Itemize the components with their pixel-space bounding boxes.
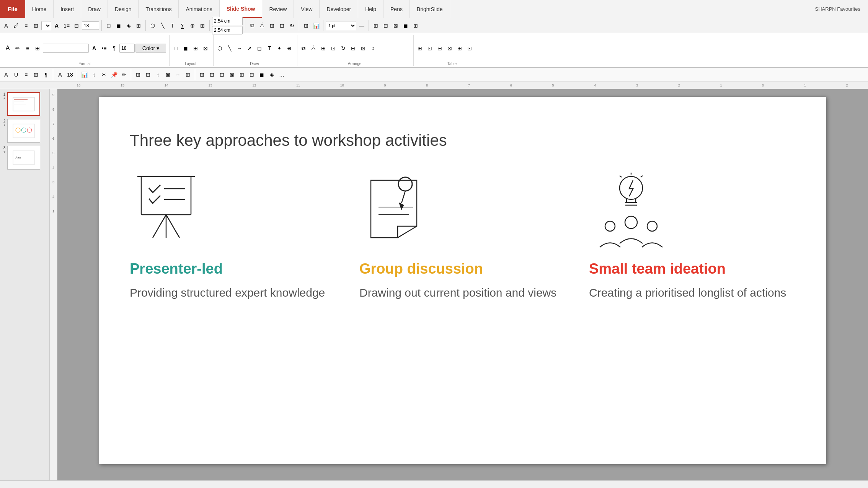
list-icon[interactable]: ⊟ <box>72 21 81 30</box>
tb-arrange-icon[interactable]: ↕ <box>153 70 163 79</box>
chart-icon[interactable]: 📊 <box>312 21 321 30</box>
tb-dist-icon[interactable]: ⊠ <box>163 70 173 79</box>
arr-5[interactable]: ↻ <box>339 44 348 53</box>
send-back-icon[interactable]: ⧊ <box>258 21 267 30</box>
bullets-icon[interactable]: ≡ <box>21 21 31 30</box>
canvas-area[interactable]: Three key approaches to workshop activit… <box>57 89 868 480</box>
height-input[interactable] <box>212 17 243 25</box>
font-color-icon[interactable]: A <box>2 21 11 30</box>
tb-border-icon[interactable]: ⊟ <box>247 70 256 79</box>
bullet-btn[interactable]: •≡ <box>100 44 109 53</box>
tbl-2[interactable]: ⊡ <box>425 44 434 53</box>
draw-icon-3[interactable]: → <box>235 44 244 53</box>
tbl-6[interactable]: ⊡ <box>465 44 474 53</box>
tab-insert[interactable]: Insert <box>54 0 81 18</box>
tab-brightslide[interactable]: BrightSlide <box>410 0 450 18</box>
draw-icon-8[interactable]: ⊕ <box>285 44 294 53</box>
color-fill-icon[interactable]: ◼ <box>401 21 410 30</box>
grid-view-icon[interactable]: ⊞ <box>411 21 420 30</box>
tb-edit-icon[interactable]: ✏ <box>119 70 129 79</box>
width-input[interactable] <box>212 26 243 34</box>
tb-merge-icon[interactable]: ⊠ <box>227 70 237 79</box>
tb-pin-icon[interactable]: 📌 <box>109 70 119 79</box>
tb-effects-icon[interactable]: ◈ <box>267 70 276 79</box>
font-color-btn[interactable]: A <box>3 44 12 53</box>
highlighter-btn[interactable]: ✏ <box>13 44 22 53</box>
arr-2[interactable]: ⧊ <box>309 44 318 53</box>
slide-thumbnail-1[interactable] <box>7 92 40 116</box>
bold-btn[interactable]: A <box>90 44 99 53</box>
size-input[interactable] <box>119 44 135 53</box>
layout-icon-1[interactable]: □ <box>171 44 180 53</box>
list-btn[interactable]: ≡ <box>23 44 32 53</box>
tb-cols-icon[interactable]: ⊟ <box>207 70 217 79</box>
tb-valign-icon[interactable]: ⊞ <box>31 70 41 79</box>
tb-align-icon[interactable]: ≡ <box>21 70 31 79</box>
tbl-5[interactable]: ⊞ <box>455 44 464 53</box>
arr-7[interactable]: ⊠ <box>359 44 368 53</box>
tab-pens[interactable]: Pens <box>383 0 410 18</box>
slide-thumbnail-2[interactable] <box>7 119 40 143</box>
tb-font-color-icon[interactable]: A <box>55 70 65 79</box>
font-name-input[interactable] <box>43 44 89 53</box>
tab-design[interactable]: Design <box>108 0 139 18</box>
tbl-4[interactable]: ⊠ <box>445 44 454 53</box>
tb-chart-icon[interactable]: 📊 <box>80 70 89 79</box>
connector-icon[interactable]: ╲ <box>158 21 167 30</box>
tb-color-icon[interactable]: A <box>2 70 11 79</box>
zoom-icon[interactable]: ⊕ <box>188 21 197 30</box>
table-style-icon[interactable]: ⊠ <box>391 21 400 30</box>
tb-fill2-icon[interactable]: ◼ <box>257 70 266 79</box>
indent-icon[interactable]: ⊞ <box>31 21 41 30</box>
tb-underline-icon[interactable]: U <box>11 70 21 79</box>
arr-6[interactable]: ⊟ <box>349 44 358 53</box>
tab-review[interactable]: Review <box>262 0 294 18</box>
slide-canvas[interactable]: Three key approaches to workshop activit… <box>99 97 826 464</box>
draw-icon-4[interactable]: ↗ <box>245 44 254 53</box>
tb-scissors-icon[interactable]: ✂ <box>100 70 109 79</box>
draw-icon-7[interactable]: ✦ <box>275 44 284 53</box>
shape-icon[interactable]: ⬡ <box>148 21 157 30</box>
arr-8[interactable]: ↕ <box>369 44 378 53</box>
group-icon[interactable]: ⊡ <box>277 21 287 30</box>
draw-icon-1[interactable]: ⬡ <box>215 44 224 53</box>
tab-home[interactable]: Home <box>25 0 54 18</box>
tab-slideshow[interactable]: Slide Show <box>220 0 263 18</box>
draw-icon-6[interactable]: T <box>265 44 274 53</box>
arr-4[interactable]: ⊡ <box>329 44 338 53</box>
shape-outline-icon[interactable]: □ <box>104 21 113 30</box>
bring-forward-icon[interactable]: ⧉ <box>248 21 257 30</box>
file-tab[interactable]: File <box>0 0 25 18</box>
tbl-1[interactable]: ⊞ <box>415 44 424 53</box>
equation-icon[interactable]: ∑ <box>178 21 187 30</box>
line-style-icon[interactable]: — <box>357 21 366 30</box>
slide-item-2[interactable]: 2 ★ <box>3 119 46 143</box>
numbering-icon[interactable]: 1≡ <box>62 21 71 30</box>
layout-icon-3[interactable]: ⊞ <box>191 44 200 53</box>
draw-icon-5[interactable]: ◻ <box>255 44 264 53</box>
tab-animations[interactable]: Animations <box>179 0 219 18</box>
tb-align2-icon[interactable]: ↔ <box>173 70 183 79</box>
align-icon[interactable]: ⊞ <box>268 21 277 30</box>
tb-rows-icon[interactable]: ⊡ <box>217 70 227 79</box>
table-icon[interactable]: ⊞ <box>302 21 311 30</box>
indent-btn[interactable]: ⊞ <box>33 44 42 53</box>
arr-1[interactable]: ⧉ <box>299 44 308 53</box>
tb-more-icon[interactable]: … <box>277 70 286 79</box>
tab-draw[interactable]: Draw <box>81 0 108 18</box>
line-weight-select[interactable]: 1 pt <box>326 21 356 30</box>
tab-help[interactable]: Help <box>358 0 383 18</box>
crop-icon[interactable]: ⊞ <box>198 21 207 30</box>
tb-vert-icon[interactable]: ↕ <box>90 70 99 79</box>
tb-style2-icon[interactable]: ⊞ <box>237 70 246 79</box>
shape-fill-icon[interactable]: ◼ <box>114 21 123 30</box>
split-cells-icon[interactable]: ⊟ <box>381 21 390 30</box>
slide-item-3[interactable]: 3 ★ Aaa <box>3 146 46 170</box>
merge-cells-icon[interactable]: ⊞ <box>371 21 380 30</box>
tb-size-icon[interactable]: 18 <box>65 70 75 79</box>
tb-para-icon[interactable]: ¶ <box>41 70 51 79</box>
tb-move-icon[interactable]: ⊞ <box>134 70 143 79</box>
smart-art-icon[interactable]: ⊞ <box>134 21 143 30</box>
rotate-icon[interactable]: ↻ <box>287 21 297 30</box>
para-btn[interactable]: ¶ <box>109 44 119 53</box>
